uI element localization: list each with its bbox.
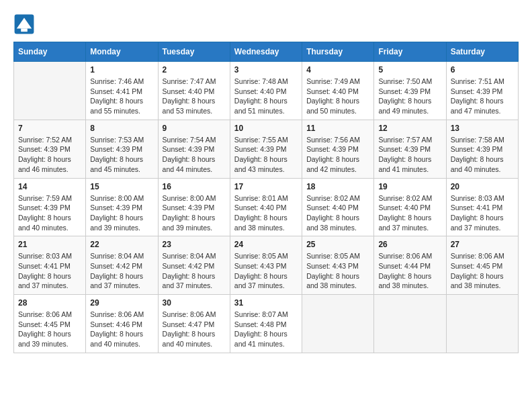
day-info: Sunrise: 7:53 AMSunset: 4:39 PMDaylight:… (90, 135, 153, 175)
calendar-cell: 3Sunrise: 7:48 AMSunset: 4:40 PMDaylight… (230, 62, 302, 120)
day-info: Sunrise: 7:51 AMSunset: 4:39 PMDaylight:… (451, 77, 514, 116)
col-header-monday: Monday (86, 42, 158, 62)
day-number: 7 (18, 124, 81, 133)
calendar-cell: 12Sunrise: 7:57 AMSunset: 4:39 PMDayligh… (374, 120, 446, 178)
day-info: Sunrise: 7:48 AMSunset: 4:40 PMDaylight:… (234, 77, 298, 116)
day-number: 3 (234, 65, 298, 75)
day-info: Sunrise: 8:01 AMSunset: 4:40 PMDaylight:… (234, 193, 298, 233)
day-number: 5 (378, 65, 441, 75)
calendar-cell: 28Sunrise: 8:06 AMSunset: 4:45 PMDayligh… (14, 295, 86, 353)
day-number: 31 (234, 298, 298, 308)
day-info: Sunrise: 7:50 AMSunset: 4:39 PMDaylight:… (378, 77, 441, 116)
day-number: 1 (90, 65, 153, 75)
calendar-cell: 25Sunrise: 8:05 AMSunset: 4:43 PMDayligh… (302, 236, 374, 295)
day-info: Sunrise: 7:59 AMSunset: 4:39 PMDaylight:… (18, 193, 81, 233)
day-number: 11 (306, 124, 369, 133)
day-number: 16 (163, 182, 226, 191)
calendar-cell: 18Sunrise: 8:02 AMSunset: 4:40 PMDayligh… (302, 178, 374, 236)
col-header-saturday: Saturday (446, 42, 518, 62)
day-number: 10 (234, 124, 298, 133)
week-row-4: 21Sunrise: 8:03 AMSunset: 4:41 PMDayligh… (14, 236, 519, 295)
day-info: Sunrise: 8:02 AMSunset: 4:40 PMDaylight:… (306, 193, 369, 233)
day-number: 14 (18, 182, 81, 191)
day-info: Sunrise: 7:55 AMSunset: 4:39 PMDaylight:… (234, 135, 298, 175)
day-number: 12 (378, 124, 441, 133)
day-info: Sunrise: 8:03 AMSunset: 4:41 PMDaylight:… (18, 251, 81, 291)
day-number: 4 (306, 65, 369, 75)
day-number: 27 (451, 240, 514, 249)
col-header-tuesday: Tuesday (158, 42, 230, 62)
calendar-cell: 10Sunrise: 7:55 AMSunset: 4:39 PMDayligh… (230, 120, 302, 178)
calendar-cell: 8Sunrise: 7:53 AMSunset: 4:39 PMDaylight… (86, 120, 158, 178)
calendar-cell: 19Sunrise: 8:02 AMSunset: 4:40 PMDayligh… (374, 178, 446, 236)
day-number: 22 (90, 240, 153, 249)
calendar-cell: 1Sunrise: 7:46 AMSunset: 4:41 PMDaylight… (86, 62, 158, 120)
day-info: Sunrise: 8:03 AMSunset: 4:41 PMDaylight:… (451, 193, 514, 233)
col-header-wednesday: Wednesday (230, 42, 302, 62)
day-number: 26 (378, 240, 441, 249)
week-row-2: 7Sunrise: 7:52 AMSunset: 4:39 PMDaylight… (14, 120, 519, 178)
day-info: Sunrise: 7:47 AMSunset: 4:40 PMDaylight:… (163, 77, 226, 116)
week-row-3: 14Sunrise: 7:59 AMSunset: 4:39 PMDayligh… (14, 178, 519, 236)
week-row-1: 1Sunrise: 7:46 AMSunset: 4:41 PMDaylight… (14, 62, 519, 120)
calendar-cell: 29Sunrise: 8:06 AMSunset: 4:46 PMDayligh… (86, 295, 158, 353)
day-info: Sunrise: 8:00 AMSunset: 4:39 PMDaylight:… (90, 193, 153, 233)
day-number: 19 (378, 182, 441, 191)
calendar-cell: 31Sunrise: 8:07 AMSunset: 4:48 PMDayligh… (230, 295, 302, 353)
calendar-cell: 24Sunrise: 8:05 AMSunset: 4:43 PMDayligh… (230, 236, 302, 295)
calendar-cell (374, 295, 446, 353)
calendar-cell: 7Sunrise: 7:52 AMSunset: 4:39 PMDaylight… (14, 120, 86, 178)
calendar-cell: 5Sunrise: 7:50 AMSunset: 4:39 PMDaylight… (374, 62, 446, 120)
day-number: 13 (451, 124, 514, 133)
day-info: Sunrise: 7:46 AMSunset: 4:41 PMDaylight:… (90, 77, 153, 116)
day-number: 23 (163, 240, 226, 249)
col-header-thursday: Thursday (302, 42, 374, 62)
calendar-cell: 20Sunrise: 8:03 AMSunset: 4:41 PMDayligh… (446, 178, 518, 236)
day-number: 8 (90, 124, 153, 133)
day-number: 6 (451, 65, 514, 75)
day-number: 21 (18, 240, 81, 249)
calendar-cell: 22Sunrise: 8:04 AMSunset: 4:42 PMDayligh… (86, 236, 158, 295)
col-header-friday: Friday (374, 42, 446, 62)
day-info: Sunrise: 8:04 AMSunset: 4:42 PMDaylight:… (90, 251, 153, 291)
calendar-cell: 2Sunrise: 7:47 AMSunset: 4:40 PMDaylight… (158, 62, 230, 120)
col-header-sunday: Sunday (14, 42, 86, 62)
calendar-cell: 9Sunrise: 7:54 AMSunset: 4:39 PMDaylight… (158, 120, 230, 178)
calendar-cell: 15Sunrise: 8:00 AMSunset: 4:39 PMDayligh… (86, 178, 158, 236)
day-info: Sunrise: 7:58 AMSunset: 4:39 PMDaylight:… (451, 135, 514, 175)
calendar-cell (446, 295, 518, 353)
day-info: Sunrise: 8:05 AMSunset: 4:43 PMDaylight:… (306, 251, 369, 291)
svg-rect-2 (21, 28, 28, 32)
day-number: 15 (90, 182, 153, 191)
day-info: Sunrise: 8:06 AMSunset: 4:46 PMDaylight:… (90, 310, 153, 349)
day-info: Sunrise: 7:49 AMSunset: 4:40 PMDaylight:… (306, 77, 369, 116)
day-info: Sunrise: 8:06 AMSunset: 4:45 PMDaylight:… (451, 251, 514, 291)
day-info: Sunrise: 8:00 AMSunset: 4:39 PMDaylight:… (163, 193, 226, 233)
day-info: Sunrise: 8:07 AMSunset: 4:48 PMDaylight:… (234, 310, 298, 349)
day-number: 30 (163, 298, 226, 308)
logo (13, 13, 38, 35)
calendar-cell: 21Sunrise: 8:03 AMSunset: 4:41 PMDayligh… (14, 236, 86, 295)
day-info: Sunrise: 8:02 AMSunset: 4:40 PMDaylight:… (378, 193, 441, 233)
calendar-cell: 26Sunrise: 8:06 AMSunset: 4:44 PMDayligh… (374, 236, 446, 295)
day-info: Sunrise: 7:56 AMSunset: 4:39 PMDaylight:… (306, 135, 369, 175)
week-row-5: 28Sunrise: 8:06 AMSunset: 4:45 PMDayligh… (14, 295, 519, 353)
calendar-cell: 4Sunrise: 7:49 AMSunset: 4:40 PMDaylight… (302, 62, 374, 120)
calendar-cell: 16Sunrise: 8:00 AMSunset: 4:39 PMDayligh… (158, 178, 230, 236)
day-info: Sunrise: 8:05 AMSunset: 4:43 PMDaylight:… (234, 251, 298, 291)
day-number: 25 (306, 240, 369, 249)
day-info: Sunrise: 7:54 AMSunset: 4:39 PMDaylight:… (163, 135, 226, 175)
day-number: 17 (234, 182, 298, 191)
day-info: Sunrise: 8:06 AMSunset: 4:45 PMDaylight:… (18, 310, 81, 349)
day-info: Sunrise: 7:52 AMSunset: 4:39 PMDaylight:… (18, 135, 81, 175)
calendar-cell: 11Sunrise: 7:56 AMSunset: 4:39 PMDayligh… (302, 120, 374, 178)
day-number: 20 (451, 182, 514, 191)
day-number: 28 (18, 298, 81, 308)
page-header (13, 13, 519, 35)
day-number: 24 (234, 240, 298, 249)
day-info: Sunrise: 7:57 AMSunset: 4:39 PMDaylight:… (378, 135, 441, 175)
day-number: 18 (306, 182, 369, 191)
calendar-header-row: SundayMondayTuesdayWednesdayThursdayFrid… (14, 42, 519, 62)
calendar-table: SundayMondayTuesdayWednesdayThursdayFrid… (13, 42, 519, 353)
calendar-cell (302, 295, 374, 353)
